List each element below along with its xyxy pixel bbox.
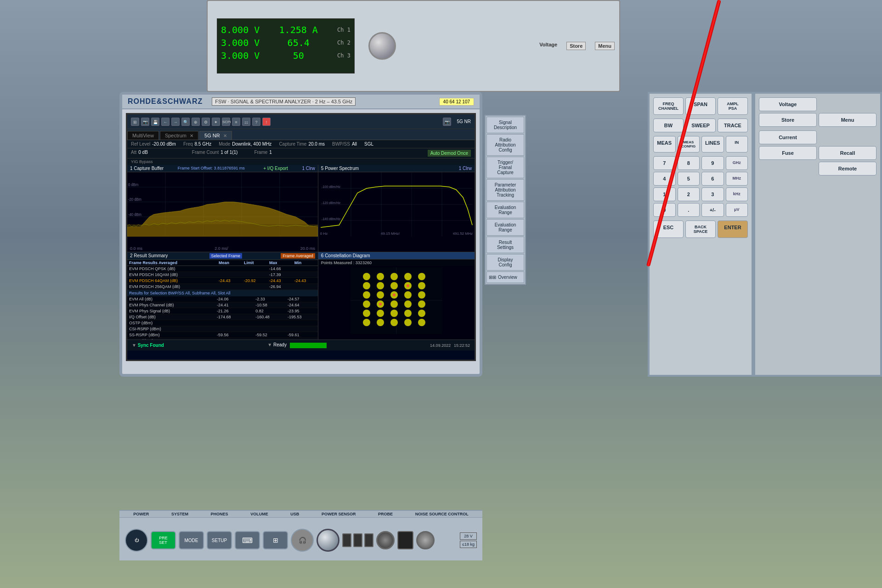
marker-icon[interactable]: ✦ [212,118,220,126]
svg-point-39 [418,291,425,299]
power-sensor-connector[interactable] [376,531,395,549]
trigger-btn[interactable]: Trigger/FranalCapture [486,157,524,178]
bw-btn[interactable]: BW [653,119,684,132]
help-icon[interactable]: ? [252,118,260,126]
volume-knob[interactable] [317,529,339,552]
svg-point-45 [363,310,370,317]
tab-spectrum[interactable]: Spectrum ✕ [160,131,198,140]
mhz-btn[interactable]: MHz [726,172,748,186]
psu-menu-button[interactable]: Menu [595,42,615,50]
mode-button[interactable]: MODE [179,531,204,549]
config-icon[interactable]: ⚏ [242,118,250,126]
key-9[interactable]: 9 [701,156,724,170]
save-icon[interactable]: 💾 [151,118,159,126]
svg-point-47 [390,310,398,317]
fuse-btn[interactable]: Fuse [759,146,817,160]
remote-btn[interactable]: Remote [819,162,876,175]
current-btn[interactable]: Current [759,130,817,144]
radio-config-btn[interactable]: Radio Attribution Config [486,134,524,156]
iq-export-label[interactable]: + I/Q Export [263,166,288,171]
key-2[interactable]: 2 [678,187,700,201]
meas-btn[interactable]: MEAS [653,136,676,153]
preset-button[interactable]: PRESET [151,531,176,549]
brand-logo: ROHDE&SCHWARZ [128,97,203,106]
scpi-icon[interactable]: SCPI [222,118,230,126]
section-results-table: EVM All (dB)-24.06-2.33-24.57EVM Phys Ch… [127,296,318,339]
col-limit: Limit [242,260,267,266]
frame-averaged-badge: Frame Averaged [281,253,315,259]
power-x-start: 0 Hz [320,232,328,236]
tab-5gnr[interactable]: 5G NR ✕ [199,131,232,140]
info-icon[interactable]: ! [262,118,271,126]
usb-port-1[interactable] [342,533,351,547]
display-config-btn[interactable]: DisplayConfig [486,254,524,271]
key-6[interactable]: 6 [701,172,724,186]
setup-button[interactable]: SETUP [207,531,232,549]
noise-source-connector[interactable] [416,531,435,549]
svg-point-53 [404,319,412,326]
in-btn[interactable]: IN [726,136,748,153]
khz-btn[interactable]: kHz [726,187,748,201]
settings-icon[interactable]: ⚙ [202,118,210,126]
enter-btn[interactable]: ENTER [718,220,748,238]
screenshot-icon[interactable]: 📷 [141,118,149,126]
frame-count-value: 1 of 1(1) [220,150,237,157]
fwd-icon[interactable]: → [171,118,180,126]
menu-icon[interactable]: ≡ [232,118,240,126]
svg-text:-140 dBm/Hz: -140 dBm/Hz [322,217,340,220]
voltage-btn[interactable]: Voltage [759,97,817,111]
ampl-btn[interactable]: AMPLPSA [718,97,748,115]
symbol-button[interactable]: ⊞ [263,531,288,549]
svg-point-38 [404,291,412,299]
col-mean: Mean [217,260,242,266]
keyboard-button[interactable]: ⌨ [235,531,260,549]
psu-store-button[interactable]: Store [566,42,586,50]
overview-btn[interactable]: ⊞⊞Overview [486,271,524,283]
probe-connector[interactable] [397,531,413,549]
demod-btn[interactable]: Evaluation Range [486,202,524,218]
sweep-btn[interactable]: SWEEP [685,119,716,132]
selected-frame-badge: Selected Frame [209,253,243,259]
freq-channel-btn[interactable]: FREQCHANNEL [653,97,684,115]
key-sign[interactable]: +/- [701,203,724,217]
svg-point-50 [363,319,370,326]
clrw-label: 1 Clrw [302,166,315,171]
key-dot[interactable]: . [678,203,700,217]
usb-port-2[interactable] [353,533,362,547]
windows-icon[interactable]: ⊞ [131,118,139,126]
backspace-btn[interactable]: BACKSPACE [685,220,716,238]
lines-btn[interactable]: LINES [701,136,724,153]
svg-point-28 [404,273,412,280]
zoom2-icon[interactable]: ⊕ [192,118,200,126]
key-5[interactable]: 5 [678,172,700,186]
probe-label: PROBE [378,512,393,516]
signal-description-btn[interactable]: Signal Description [486,117,524,133]
menu-btn[interactable]: Menu [819,113,876,127]
uv-btn[interactable]: μV [726,203,748,217]
status-bar: ▼ Sync Found ▼ Ready 14.09.2022 15:22:52 [127,339,475,351]
recall-btn[interactable]: Recall [819,146,876,160]
key-8[interactable]: 8 [678,156,700,170]
zoom-icon[interactable]: 🔍 [181,118,190,126]
auto-demod-value[interactable]: Auto Demod Once [428,150,471,157]
key-3[interactable]: 3 [701,187,724,201]
keyboard-panel: FREQCHANNEL SPAN AMPLPSA BW SWEEP TRACE … [648,92,753,377]
tab-multiview[interactable]: MultiView [127,131,159,140]
parameter-btn[interactable]: ParameterAttributionTracking [486,179,524,201]
ghz-btn[interactable]: GHz [726,156,748,170]
speaker-connector: 🎧 [291,529,314,552]
psu-knob[interactable] [368,32,396,60]
camera-icon-right[interactable]: 📷 [443,117,451,126]
result-settings-btn[interactable]: ResultSettings [486,237,524,253]
store-btn[interactable]: Store [759,113,817,127]
evaluation-range-btn[interactable]: EvaluationRange [486,219,524,236]
ref-level-label: Ref Level [131,141,150,147]
usb-port-3[interactable] [364,533,373,547]
frame-value: 1 [269,150,272,157]
power-button[interactable]: ⏻ [125,529,148,552]
waveform-x-end: 20.0 ms [300,246,315,251]
power-supply-unit: 8.000 V 1.258 A Ch 1 3.000 V 65.4 Ch 2 3… [207,0,620,92]
back-icon[interactable]: ← [161,118,170,126]
constellation-title: 6 Constellation Diagram [318,252,475,260]
trace-btn[interactable]: TRACE [718,119,748,132]
